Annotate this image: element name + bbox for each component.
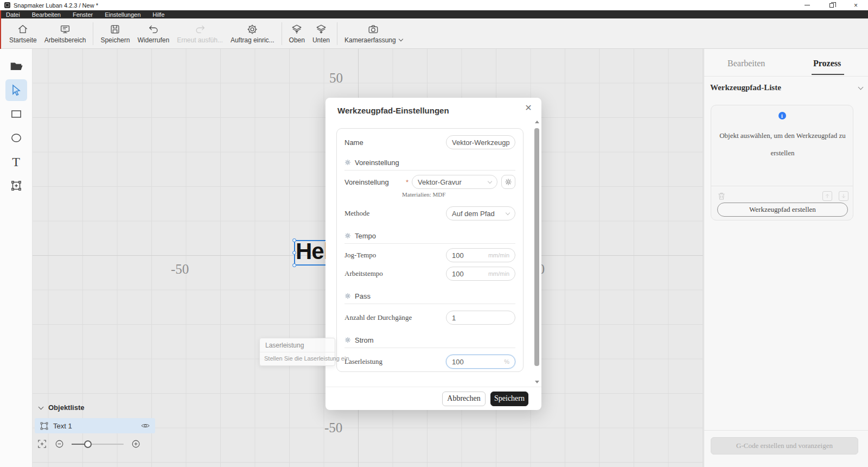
toolbar-unten[interactable]: Unten: [309, 20, 334, 48]
title-bar: Snapmaker Luban 4.2.3 / New * ×: [0, 0, 868, 10]
preset-row: Voreinstellung * Vektor-Gravur: [344, 173, 515, 191]
right-panel: Bearbeiten Prozess Werkzeugpfad-Liste i …: [704, 49, 868, 467]
passes-input[interactable]: [452, 314, 509, 322]
preset-settings-button[interactable]: [501, 175, 515, 189]
selection-handle[interactable]: [292, 238, 296, 242]
menu-datei[interactable]: Datei: [0, 10, 26, 18]
cursor-icon: [10, 84, 23, 97]
zoom-slider-handle[interactable]: [84, 440, 92, 448]
empty-state-text: Objekt auswählen, um den Werkzeugpfad zu…: [716, 127, 850, 162]
dialog-header: Werkzeugpfad-Einstellungen ✕: [326, 98, 541, 117]
zoom-in-icon[interactable]: [131, 439, 141, 449]
cancel-button[interactable]: Abbrechen: [442, 392, 486, 406]
tab-prozess[interactable]: Prozess: [813, 59, 841, 68]
tool-text[interactable]: T: [5, 151, 27, 173]
chevron-down-icon: [398, 37, 403, 41]
method-select[interactable]: Auf dem Pfad: [446, 206, 515, 220]
zoom-slider[interactable]: [72, 440, 124, 448]
tool-select[interactable]: [5, 79, 27, 101]
work-speed-label: Arbeitstempo: [344, 269, 383, 278]
jog-speed-input-wrap: mm/min: [446, 248, 515, 262]
object-list-item-text1[interactable]: Text 1: [35, 418, 155, 433]
section-divider: [344, 348, 515, 348]
menu-bearbeiten[interactable]: Bearbeiten: [26, 10, 67, 18]
tool-rectangle[interactable]: [5, 103, 27, 125]
laser-power-input[interactable]: [452, 358, 504, 366]
method-row: Methode Auf dem Pfad: [344, 204, 515, 223]
toolbar-oben[interactable]: Oben: [285, 20, 309, 48]
power-section-header: Strom: [344, 332, 515, 348]
name-input[interactable]: [452, 138, 509, 147]
tab-bearbeiten[interactable]: Bearbeiten: [727, 59, 765, 68]
object-list-header[interactable]: Objektliste: [35, 403, 159, 412]
zoom-out-icon[interactable]: [54, 439, 65, 449]
name-row: Name: [344, 133, 515, 152]
move-down-button[interactable]: [839, 191, 848, 201]
gear-icon: [344, 232, 351, 239]
work-speed-input[interactable]: [452, 270, 488, 278]
tool-ellipse[interactable]: [5, 127, 27, 149]
laser-power-unit: %: [504, 358, 509, 365]
tooltip-title: Laserleistung: [260, 338, 335, 352]
chevron-down-icon: [488, 179, 492, 183]
toolpath-list-header[interactable]: Werkzeugpfad-Liste: [710, 83, 863, 92]
dialog-scrollbar[interactable]: [533, 118, 540, 386]
create-toolpath-button[interactable]: Werkzeugpfad erstellen: [717, 203, 848, 217]
scrollbar-thumb[interactable]: [534, 128, 539, 366]
move-up-button[interactable]: [822, 191, 832, 201]
camera-icon: [367, 23, 379, 35]
tool-transform[interactable]: [5, 175, 27, 197]
toolbar-kameraerfassung[interactable]: Kameraerfassung: [341, 20, 406, 48]
fit-view-icon[interactable]: [37, 439, 47, 449]
settings-form: Name Voreinstellung Voreinstellung *: [336, 128, 524, 372]
toolbar-erneut-ausfuehren[interactable]: Erneut ausfüh...: [173, 20, 227, 48]
dialog-close-icon[interactable]: ✕: [523, 102, 534, 113]
text-tool-icon: T: [12, 155, 20, 168]
work-speed-unit: mm/min: [488, 270, 509, 277]
maximize-button[interactable]: [819, 0, 844, 10]
toolbar-arbeitsbereich[interactable]: Arbeitsbereich: [41, 20, 90, 48]
name-input-wrap: [446, 135, 515, 149]
tooltip-body: Stellen Sie die Laserleistung ein.: [260, 352, 335, 365]
preset-label: Voreinstellung: [344, 178, 389, 186]
toolpath-settings-dialog: Werkzeugpfad-Einstellungen ✕ Name Vorein…: [326, 98, 541, 410]
toolbar-auftrag-einrichten[interactable]: Auftrag einric...: [227, 20, 278, 48]
preset-select[interactable]: Vektor-Gravur: [412, 175, 497, 189]
pass-section-header: Pass: [344, 288, 515, 304]
panel-divider: [704, 430, 868, 431]
gear-icon: [344, 159, 351, 166]
required-mark: *: [406, 178, 409, 186]
toolbar-widerrufen[interactable]: Widerrufen: [133, 20, 173, 48]
tool-open-file[interactable]: [5, 55, 27, 77]
toolbar-separator: [337, 22, 337, 45]
scroll-down-icon[interactable]: [535, 381, 539, 383]
jog-speed-unit: mm/min: [488, 252, 509, 258]
save-button[interactable]: Speichern: [490, 392, 528, 406]
menu-einstellungen[interactable]: Einstellungen: [99, 10, 146, 18]
selection-handle[interactable]: [292, 263, 296, 267]
materials-note: Materialien: MDF: [344, 191, 515, 201]
eye-icon[interactable]: [141, 421, 150, 431]
toolbar-speichern[interactable]: Speichern: [97, 20, 133, 48]
home-icon: [17, 23, 29, 35]
scroll-up-icon[interactable]: [535, 121, 539, 123]
menu-hilfe[interactable]: Hilfe: [146, 10, 170, 18]
selection-handle[interactable]: [292, 251, 296, 255]
passes-label: Anzahl der Durchgänge: [344, 313, 412, 322]
gear-icon: [344, 293, 351, 299]
toolbar-startseite[interactable]: Startseite: [5, 20, 41, 48]
panel-tabs: Bearbeiten Prozess: [704, 49, 868, 77]
object-bounds-icon: [40, 421, 49, 431]
menu-fenster[interactable]: Fenster: [67, 10, 99, 18]
axis-label-top: 50: [329, 71, 343, 86]
trash-icon[interactable]: [717, 191, 726, 201]
jog-speed-input[interactable]: [452, 251, 488, 260]
folder-icon: [9, 59, 23, 73]
maximize-icon: [829, 3, 834, 8]
generate-gcode-button[interactable]: G-Code erstellen und voranzeigen: [711, 437, 858, 455]
axis-label-left: -50: [171, 262, 189, 277]
arrow-down-icon: [840, 193, 847, 199]
save-icon: [109, 23, 121, 35]
minimize-button[interactable]: [795, 0, 819, 10]
close-button[interactable]: ×: [844, 0, 868, 10]
